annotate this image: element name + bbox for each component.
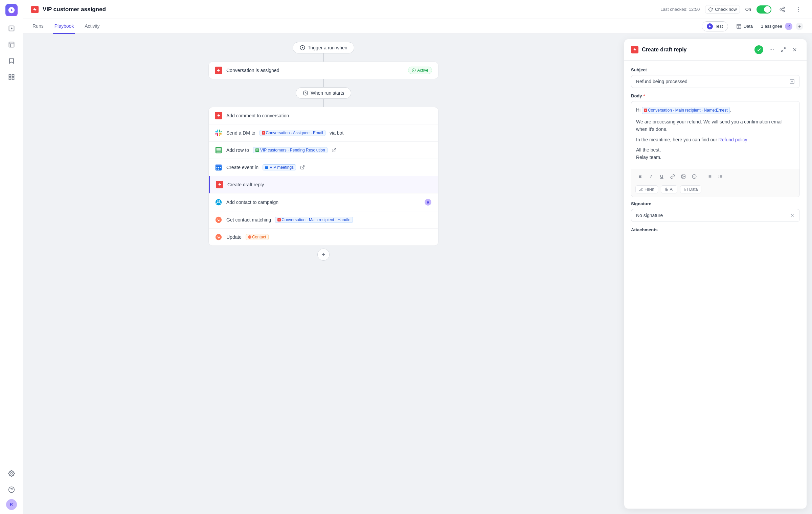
data-toolbar-label: Data [689,187,698,192]
assignee-avatars: R [784,22,793,31]
hubspot-icon-7 [215,216,222,224]
panel-more-button[interactable] [767,45,777,55]
sidebar-item-inbox[interactable] [5,38,18,51]
ai-button[interactable]: AI [661,185,677,193]
recipient-chip-text: Conversation · Main recipient · Name:Ern… [648,107,727,114]
share-button[interactable] [777,4,788,15]
subject-input[interactable]: Refund being processed [631,75,800,88]
svg-point-15 [798,7,799,8]
panel-close-button[interactable] [790,45,800,55]
closing2-text: Relay team. [636,155,661,160]
closing1-text: All the best, [636,147,661,153]
emoji-button[interactable] [690,172,699,181]
step-6-avatar: R [424,198,432,206]
step-8[interactable]: Update Contact [209,229,438,246]
test-button[interactable]: Test [702,21,728,31]
tab-playbook[interactable]: Playbook [53,19,75,34]
step-4-prefix: Create event in [226,165,258,170]
sidebar: R [0,0,23,514]
list-ul-button[interactable] [705,172,714,181]
data-button-toolbar[interactable]: Data [680,185,701,193]
panel-header: Create draft reply [624,39,807,61]
content-area: Trigger a run when Conversation is assig… [23,34,812,514]
svg-rect-41 [217,167,218,168]
clear-signature-icon[interactable] [790,213,795,218]
body-editor[interactable]: Hi Conversation · Main recipient · Name:… [631,101,800,197]
more-button[interactable] [793,4,804,15]
step-5[interactable]: Create draft reply [209,176,438,193]
salesforce-icon-6 [215,198,222,206]
sidebar-item-bookmark[interactable] [5,54,18,68]
link-button[interactable] [668,172,677,181]
list-ol-button[interactable] [716,172,725,181]
trigger-card-title: Conversation is assigned [226,68,279,73]
refund-policy-link[interactable]: Refund policy [719,137,747,142]
logo-icon [8,6,15,14]
svg-point-56 [773,49,774,50]
step-3[interactable]: Add row to VIP customers · Pending Resol… [209,142,438,159]
svg-line-58 [781,50,783,52]
fill-in-button[interactable]: Fill-in [635,185,658,193]
tab-activity[interactable]: Activity [83,19,101,34]
fill-in-label: Fill-in [645,187,654,192]
signature-field[interactable]: No signature [631,209,800,222]
panel-expand-button[interactable] [778,45,788,55]
test-label: Test [715,24,723,29]
check-icon [757,47,761,52]
add-assignee-button[interactable]: + [795,22,804,31]
connector-3 [323,99,324,107]
step-7[interactable]: Get contact matching Conversation · Main… [209,211,438,229]
trigger-card-item[interactable]: Conversation is assigned Active [209,62,438,79]
bold-button[interactable]: B [635,172,645,181]
link-icon [670,174,675,179]
svg-point-54 [770,49,770,50]
slack-icon-2 [215,129,222,137]
active-toggle[interactable] [757,5,771,14]
sidebar-item-play[interactable] [5,22,18,35]
step-4[interactable]: Create event in VIP meetings [209,159,438,176]
body-content[interactable]: Hi Conversation · Main recipient · Name:… [631,101,799,169]
emoji-icon [692,174,697,179]
toolbar-divider-1 [702,173,702,180]
image-button[interactable] [679,172,688,181]
sidebar-item-help[interactable] [5,483,18,496]
sidebar-item-grid[interactable] [5,70,18,84]
svg-rect-5 [9,78,11,80]
svg-rect-42 [218,167,219,168]
svg-rect-31 [217,150,221,151]
check-now-button[interactable]: Check now [705,5,740,14]
sidebar-item-settings[interactable] [5,467,18,480]
svg-point-10 [783,7,785,8]
when-run-button[interactable]: When run starts [296,87,352,99]
body-greeting: Hi Conversation · Main recipient · Name:… [636,106,795,114]
tab-runs[interactable]: Runs [31,19,45,34]
step-1[interactable]: Add comment to conversation [209,107,438,124]
step-8-chip: Contact [246,234,268,240]
step-6-label: Add contact to campaign [226,200,278,205]
attachments-label: Attachments [631,227,800,232]
app-logo[interactable] [5,4,18,16]
sheets-chip-icon [255,148,259,152]
trigger-card[interactable]: Conversation is assigned Active [208,62,438,79]
active-check-icon [412,68,416,72]
body-para1: We are processing your refund. We will s… [636,118,795,133]
add-step-button[interactable]: + [317,249,330,261]
trigger-button[interactable]: Trigger a run when [293,42,355,53]
trigger-icon [300,45,305,50]
relay-icon-trigger [215,67,222,74]
svg-point-66 [692,174,696,179]
svg-marker-1 [11,27,13,30]
ai-icon [664,187,669,191]
svg-line-13 [781,10,783,11]
nav-tabs: Runs Playbook Activity Test Data 1 as [23,19,812,34]
user-avatar[interactable]: R [6,499,17,510]
svg-point-12 [783,10,785,12]
data-button[interactable]: Data [732,22,757,31]
assignee-avatar-1: R [784,22,793,31]
svg-rect-6 [12,78,14,80]
step-6[interactable]: Add contact to campaign R [209,193,438,211]
italic-button[interactable]: I [646,172,656,181]
underline-button[interactable]: U [657,172,667,181]
svg-rect-44 [217,169,218,170]
step-2[interactable]: Send a DM to Conversation · Assignee · E… [209,124,438,142]
